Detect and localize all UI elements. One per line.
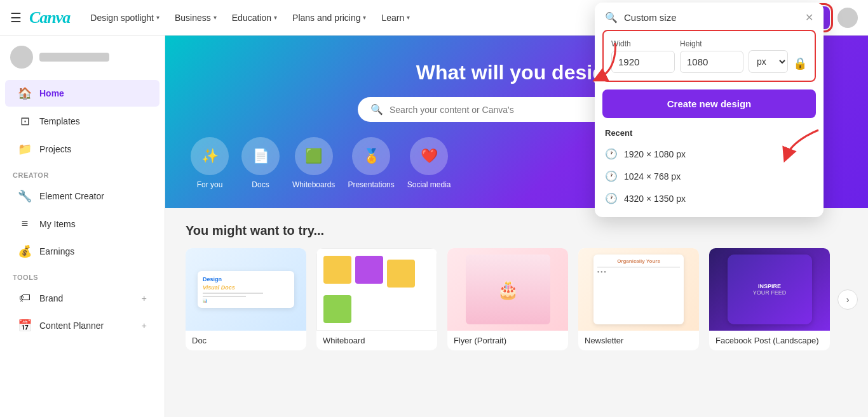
- card-facebook-post-image: INSPIRE YOUR FEED: [709, 248, 830, 331]
- search-icon: 🔍: [370, 103, 383, 116]
- card-facebook-post[interactable]: INSPIRE YOUR FEED Facebook Post (Landsca…: [709, 248, 830, 350]
- sidebar-user-section: [0, 36, 165, 79]
- lock-icon[interactable]: 🔒: [793, 56, 807, 70]
- sidebar: 🏠 Home ⊡ Templates 📁 Projects Creator 🔧 …: [0, 36, 165, 417]
- element-creator-icon: 🔧: [18, 189, 32, 203]
- chevron-down-icon: ▾: [407, 14, 410, 21]
- card-doc-image: Design Visual Docs 📊: [186, 248, 306, 331]
- nav-education[interactable]: Education ▾: [227, 9, 282, 27]
- nav-design-spotlight[interactable]: Design spotlight ▾: [85, 9, 165, 27]
- sidebar-item-templates[interactable]: ⊡ Templates: [5, 108, 159, 135]
- chevron-down-icon: ▾: [214, 14, 217, 21]
- dropdown-header: 🔍 Custom size ✕: [595, 3, 824, 30]
- chevron-down-icon: ▾: [156, 14, 159, 21]
- hero-icon-whiteboards[interactable]: 🟩 Whiteboards: [292, 137, 335, 189]
- create-new-design-button[interactable]: Create new design: [602, 89, 816, 118]
- sidebar-item-brand[interactable]: 🏷 Brand +: [5, 285, 159, 311]
- for-you-circle: ✨: [191, 137, 229, 175]
- nav-business[interactable]: Business ▾: [170, 9, 222, 27]
- recent-item-1024[interactable]: 🕐 1024 × 768 px: [595, 165, 824, 187]
- sidebar-item-earnings[interactable]: 💰 Earnings: [5, 238, 159, 265]
- home-icon: 🏠: [18, 86, 32, 100]
- card-newsletter[interactable]: Organically Yours ● ● ● Newsletter: [578, 248, 699, 350]
- hamburger-menu-icon[interactable]: ☰: [10, 10, 22, 25]
- sidebar-username: [39, 53, 109, 62]
- earnings-icon: 💰: [18, 244, 32, 258]
- sidebar-scroll: 🏠 Home ⊡ Templates 📁 Projects Creator 🔧 …: [0, 36, 165, 417]
- sidebar-item-content-planner[interactable]: 📅 Content Planner +: [5, 312, 159, 339]
- docs-circle: 📄: [241, 137, 280, 175]
- card-flyer-image: 🎂: [447, 248, 568, 331]
- sidebar-item-element-creator[interactable]: 🔧 Element Creator: [5, 183, 159, 209]
- cards-row: Design Visual Docs 📊 Doc: [186, 248, 830, 350]
- suggestions-section: You might want to try... Design Visual D…: [165, 208, 868, 366]
- sidebar-item-home[interactable]: 🏠 Home: [5, 80, 159, 107]
- social-media-circle: ❤️: [410, 137, 448, 175]
- card-newsletter-image: Organically Yours ● ● ●: [578, 248, 699, 331]
- hero-icon-social-media[interactable]: ❤️ Social media: [407, 137, 451, 189]
- unit-select[interactable]: px in cm mm: [749, 50, 788, 73]
- height-input[interactable]: [680, 51, 743, 73]
- user-avatar[interactable]: [837, 8, 858, 28]
- brand-expand-icon: +: [142, 293, 147, 303]
- creator-section-label: Creator: [0, 164, 165, 182]
- unit-group: px in cm mm: [749, 39, 788, 73]
- width-group: Width: [611, 39, 675, 73]
- chevron-down-icon: ▾: [363, 14, 366, 21]
- sidebar-item-projects[interactable]: 📁 Projects: [5, 136, 159, 162]
- canva-logo[interactable]: Canva: [29, 8, 70, 27]
- sidebar-avatar: [10, 46, 33, 69]
- dimensions-box: Width Height px in cm mm 🔒: [602, 30, 816, 82]
- sidebar-item-my-items[interactable]: ≡ My Items: [5, 211, 159, 237]
- card-whiteboard[interactable]: Whiteboard: [316, 248, 437, 350]
- width-input[interactable]: [611, 51, 675, 73]
- recent-item-1920[interactable]: 🕐 1920 × 1080 px: [595, 143, 824, 165]
- dimensions-row: Width Height px in cm mm 🔒: [611, 39, 807, 73]
- my-items-icon: ≡: [18, 217, 32, 230]
- cards-container: Design Visual Docs 📊 Doc: [186, 248, 848, 350]
- folder-icon: 📁: [18, 142, 32, 156]
- card-doc[interactable]: Design Visual Docs 📊 Doc: [186, 248, 306, 350]
- height-group: Height: [680, 39, 743, 73]
- tools-section-label: Tools: [0, 266, 165, 284]
- hero-icon-docs[interactable]: 📄 Docs: [241, 137, 280, 189]
- hero-icon-presentations[interactable]: 🏅 Presentations: [348, 137, 394, 189]
- clock-icon: 🕐: [605, 170, 618, 182]
- recent-item-4320[interactable]: 🕐 4320 × 1350 px: [595, 187, 824, 209]
- card-whiteboard-image: [316, 248, 437, 331]
- custom-size-dropdown: 🔍 Custom size ✕ Width Height px in cm mm: [595, 3, 824, 217]
- cards-next-button[interactable]: ›: [837, 289, 858, 310]
- clock-icon: 🕐: [605, 192, 618, 204]
- nav-learn[interactable]: Learn ▾: [376, 9, 415, 27]
- templates-icon: ⊡: [18, 114, 32, 128]
- content-planner-icon: 📅: [18, 319, 32, 333]
- hero-icon-for-you[interactable]: ✨ For you: [191, 137, 229, 189]
- nav-plans-pricing[interactable]: Plans and pricing ▾: [287, 9, 371, 27]
- content-planner-expand-icon: +: [142, 321, 147, 331]
- presentations-circle: 🏅: [352, 137, 390, 175]
- card-flyer[interactable]: 🎂 Flyer (Portrait): [447, 248, 568, 350]
- chevron-down-icon: ▾: [274, 14, 277, 21]
- suggestions-title: You might want to try...: [186, 223, 848, 238]
- whiteboards-circle: 🟩: [295, 137, 333, 175]
- brand-icon: 🏷: [18, 291, 32, 305]
- clock-icon: 🕐: [605, 148, 618, 160]
- dropdown-close-button[interactable]: ✕: [805, 11, 813, 23]
- dropdown-search-icon: 🔍: [605, 11, 618, 23]
